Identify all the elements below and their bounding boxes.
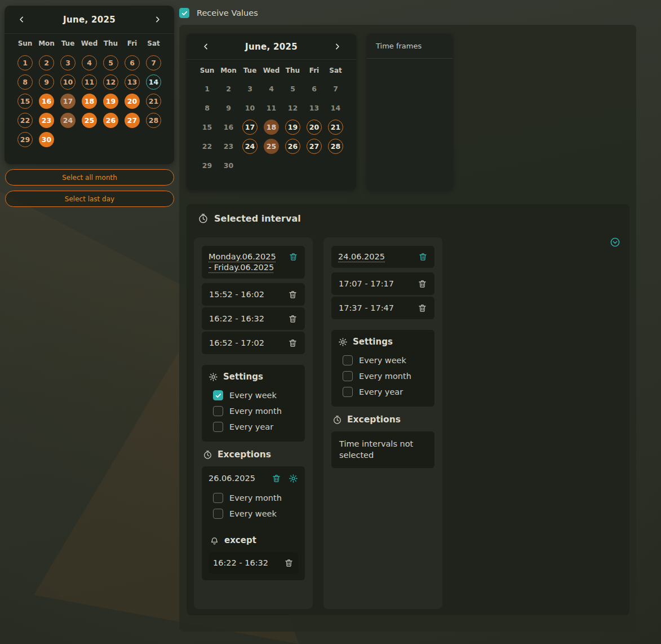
mini-day-7[interactable]: 7: [146, 55, 161, 70]
main-day-1[interactable]: 1: [199, 81, 215, 96]
mini-day-5[interactable]: 5: [103, 55, 118, 70]
mini-day-21[interactable]: 21: [146, 94, 161, 109]
mini-next-month-button[interactable]: [150, 13, 164, 27]
mini-day-20[interactable]: 20: [125, 94, 140, 109]
mini-day-9[interactable]: 9: [39, 74, 54, 90]
main-day-26[interactable]: 26: [285, 139, 300, 154]
delete-time-button[interactable]: [283, 558, 294, 568]
main-day-17[interactable]: 17: [242, 120, 258, 135]
delete-interval-button[interactable]: [418, 252, 428, 262]
mini-calendar-header: June, 2025: [5, 6, 174, 34]
mini-day-2[interactable]: 2: [39, 55, 54, 70]
mini-day-28[interactable]: 28: [146, 113, 161, 128]
checkbox[interactable]: [213, 390, 223, 400]
weekday-label: Tue: [239, 67, 261, 74]
mini-prev-month-button[interactable]: [15, 13, 28, 27]
main-day-19[interactable]: 19: [285, 120, 300, 135]
main-day-22[interactable]: 22: [199, 139, 215, 154]
main-day-29[interactable]: 29: [199, 158, 215, 173]
mini-day-10[interactable]: 10: [60, 74, 76, 90]
checkbox[interactable]: [343, 355, 353, 365]
mini-day-12[interactable]: 12: [103, 74, 118, 90]
checkbox[interactable]: [213, 493, 223, 503]
mini-day-29[interactable]: 29: [17, 132, 33, 147]
delete-time-button[interactable]: [417, 279, 427, 289]
main-day-2[interactable]: 2: [221, 81, 236, 96]
gear-icon: [289, 474, 298, 483]
exception-settings-button[interactable]: [288, 473, 298, 483]
collapse-chevron-icon: [610, 237, 620, 248]
page: June, 2025 SunMonTueWedThuFriSat 1234567…: [0, 0, 661, 644]
mini-day-16[interactable]: 16: [39, 94, 54, 109]
mini-day-11[interactable]: 11: [82, 74, 97, 90]
mini-day-15[interactable]: 15: [17, 94, 33, 109]
main-day-14[interactable]: 14: [328, 100, 343, 116]
main-day-24[interactable]: 24: [242, 139, 258, 154]
main-day-9[interactable]: 9: [221, 100, 236, 116]
main-day-25[interactable]: 25: [264, 139, 279, 154]
checkbox[interactable]: [343, 387, 353, 397]
weekday-label: Thu: [282, 67, 304, 74]
mini-day-1[interactable]: 1: [17, 55, 33, 70]
main-next-month-button[interactable]: [330, 40, 344, 54]
checkbox[interactable]: [213, 509, 223, 519]
mini-calendar-panel: June, 2025 SunMonTueWedThuFriSat 1234567…: [5, 6, 174, 164]
select-all-month-button[interactable]: Select all month: [5, 169, 174, 186]
select-last-day-button[interactable]: Select last day: [5, 191, 174, 207]
mini-day-8[interactable]: 8: [17, 74, 33, 90]
main-prev-month-button[interactable]: [199, 40, 212, 54]
delete-interval-button[interactable]: [288, 252, 298, 262]
main-day-20[interactable]: 20: [307, 120, 322, 135]
checkbox[interactable]: [213, 422, 223, 432]
mini-day-17[interactable]: 17: [60, 94, 76, 109]
mini-day-26[interactable]: 26: [103, 113, 118, 128]
mini-day-13[interactable]: 13: [125, 74, 140, 90]
main-day-5[interactable]: 5: [285, 81, 300, 96]
check-icon: [215, 392, 222, 399]
mini-day-3[interactable]: 3: [60, 55, 76, 70]
main-day-8[interactable]: 8: [199, 100, 215, 116]
weekday-label: Sat: [325, 67, 347, 74]
receive-values-checkbox[interactable]: [179, 8, 189, 18]
mini-day-18[interactable]: 18: [82, 94, 97, 109]
main-day-3[interactable]: 3: [242, 81, 258, 96]
main-day-12[interactable]: 12: [285, 100, 300, 116]
main-day-10[interactable]: 10: [242, 100, 258, 116]
main-day-27[interactable]: 27: [307, 139, 322, 154]
delete-time-button[interactable]: [287, 338, 298, 348]
gear-icon: [208, 372, 218, 382]
mini-day-30[interactable]: 30: [39, 132, 54, 147]
mini-day-23[interactable]: 23: [39, 113, 54, 128]
main-day-7[interactable]: 7: [328, 81, 343, 96]
main-day-18[interactable]: 18: [264, 120, 279, 135]
chevron-left-icon: [202, 42, 210, 51]
delete-exception-button[interactable]: [271, 473, 281, 483]
main-day-11[interactable]: 11: [264, 100, 279, 116]
checkbox[interactable]: [213, 406, 223, 416]
delete-time-button[interactable]: [287, 289, 298, 299]
mini-day-19[interactable]: 19: [103, 94, 118, 109]
main-day-15[interactable]: 15: [199, 120, 215, 135]
delete-time-button[interactable]: [417, 303, 427, 313]
main-day-28[interactable]: 28: [328, 139, 343, 154]
main-day-30[interactable]: 30: [221, 158, 236, 173]
checkbox[interactable]: [343, 371, 353, 381]
mini-day-27[interactable]: 27: [125, 113, 140, 128]
main-day-16[interactable]: 16: [221, 120, 236, 135]
main-day-23[interactable]: 23: [221, 139, 236, 154]
main-days-grid: 1234567891011121314151617181920212223242…: [187, 79, 356, 175]
delete-time-button[interactable]: [287, 314, 298, 324]
mini-day-6[interactable]: 6: [125, 55, 140, 70]
main-day-21[interactable]: 21: [328, 120, 343, 135]
setting-option: Every week: [208, 506, 298, 522]
main-day-13[interactable]: 13: [307, 100, 322, 116]
collapse-button[interactable]: [610, 237, 620, 248]
mini-day-24[interactable]: 24: [60, 113, 76, 128]
mini-day-14[interactable]: 14: [146, 74, 161, 90]
mini-day-4[interactable]: 4: [82, 55, 97, 70]
exception-date: 26.06.2025: [208, 474, 264, 483]
main-day-6[interactable]: 6: [307, 81, 322, 96]
main-day-4[interactable]: 4: [264, 81, 279, 96]
mini-day-25[interactable]: 25: [82, 113, 97, 128]
mini-day-22[interactable]: 22: [17, 113, 33, 128]
